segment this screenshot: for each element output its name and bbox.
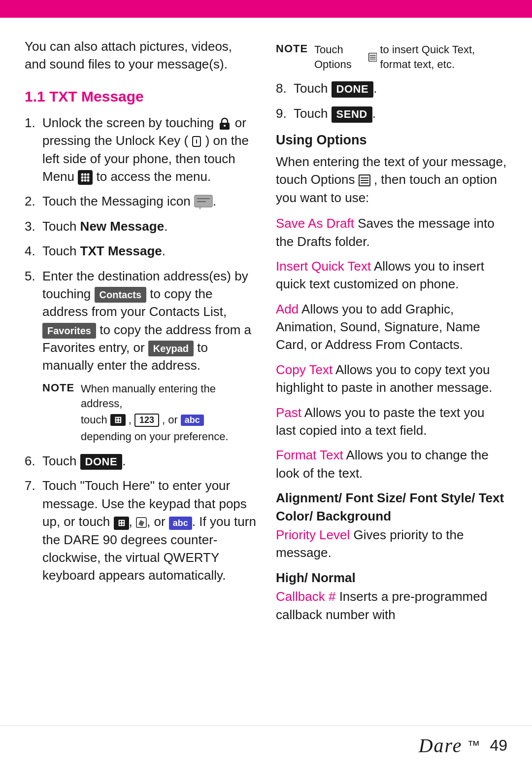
list-content: Touch the Messaging icon . (42, 192, 256, 210)
note-text-touch: touch (81, 413, 107, 427)
list-item: 7. Touch "Touch Here" to enter your mess… (25, 477, 256, 584)
option-format-text: Format Text Allows you to change the loo… (276, 446, 507, 482)
note-text-1a: When manually entering the address, (81, 382, 256, 411)
bottom-bar: Dare ™ 49 (0, 726, 532, 765)
note-right-text1: Touch Options (314, 42, 366, 71)
option-name: Format Text (276, 448, 343, 462)
left-column: You can also attach pictures, videos, an… (25, 37, 256, 706)
list-num: 4. (25, 242, 42, 260)
list-content: Touch DONE. (294, 79, 507, 98)
using-options-heading: Using Options (276, 133, 507, 148)
note-block-1: NOTE When manually entering the address,… (42, 382, 256, 444)
list-num: 2. (25, 192, 42, 210)
grid-btn-icon: ⊞ (110, 414, 126, 426)
list-num: 1. (25, 114, 42, 132)
unlock-key-text: or pressing the Unlock Key ( (42, 115, 246, 148)
using-options-intro: When entering the text of your message, … (276, 153, 507, 207)
list-item: 4. Touch TXT Message. (25, 242, 256, 260)
note-icon-row: touch ⊞, 123, or abc (81, 413, 256, 427)
options-icon (368, 51, 377, 63)
option-name: Insert Quick Text (276, 259, 371, 274)
note-content-1: When manually entering the address, touc… (81, 382, 256, 444)
option-add: Add Allows you to add Graphic, Animation… (276, 300, 507, 354)
list-num: 8. (276, 79, 294, 97)
svg-point-1 (224, 125, 226, 127)
top-magenta-bar (0, 0, 532, 18)
list-content: Touch "Touch Here" to enter your message… (42, 477, 256, 584)
list-content: Touch SEND. (294, 104, 507, 123)
bold-heading-1: Alignment/ Font Size/ Font Style/ Text C… (276, 489, 507, 525)
option-name: Past (276, 405, 301, 420)
done-badge-8: DONE (332, 81, 374, 98)
list-num: 9. (276, 104, 294, 122)
txt-message-bold: TXT Message (80, 243, 162, 258)
dare-logo: Dare ™ (419, 734, 480, 757)
trademark-symbol: ™ (467, 738, 480, 753)
list-item: 5. Enter the destination address(es) by … (25, 267, 256, 375)
list-num: 6. (25, 452, 42, 470)
note-label-right: NOTE (276, 42, 310, 55)
list-num: 7. (25, 477, 42, 494)
num-123-icon: 123 (134, 414, 159, 427)
option-priority-level: Priority Level Gives priority to the mes… (276, 526, 507, 562)
list-content: Touch TXT Message. (42, 242, 256, 260)
option-desc: Allows you to paste the text you last co… (276, 405, 484, 438)
abc-badge-7: abc (169, 517, 192, 530)
messaging-icon (194, 195, 213, 209)
contacts-badge: Contacts (95, 287, 147, 303)
list-content: Unlock the screen by touching or pressin… (42, 114, 256, 186)
dare-logo-text: Dare (419, 734, 463, 757)
numbered-list: 1. Unlock the screen by touching or pres… (25, 114, 256, 375)
option-name: Add (276, 302, 299, 316)
numbered-list-2: 6. Touch DONE. 7. Touch "Touch Here" to … (25, 452, 256, 585)
svg-point-5 (84, 174, 87, 176)
grid-btn-2: ⊞ (114, 517, 129, 530)
svg-point-4 (81, 174, 84, 176)
note-right-text2: to insert Quick Text, format text, etc. (380, 42, 507, 71)
list-num: 3. (25, 217, 42, 235)
steps-right-list: 8. Touch DONE. 9. Touch SEND. (276, 79, 507, 123)
intro-paragraph: You can also attach pictures, videos, an… (25, 37, 256, 73)
list-content: Touch New Message. (42, 217, 256, 235)
option-name: Copy Text (276, 362, 332, 377)
new-message-bold: New Message (80, 219, 165, 234)
side-unlock-icon (192, 136, 201, 147)
right-column: NOTE Touch Options to insert Quick Text,… (276, 37, 507, 706)
favorites-badge: Favorites (42, 323, 96, 339)
list-item: 2. Touch the Messaging icon . (25, 192, 256, 210)
note-label-1: NOTE (42, 382, 77, 394)
svg-marker-16 (198, 207, 202, 209)
page-number: 49 (490, 736, 507, 755)
option-past: Past Allows you to paste the text you la… (276, 404, 507, 440)
option-name: Save As Draft (276, 216, 354, 231)
svg-point-10 (81, 179, 84, 182)
list-item: 1. Unlock the screen by touching or pres… (25, 114, 256, 186)
bold-heading-2: High/ Normal (276, 569, 507, 587)
abc-btn-icon: abc (181, 415, 204, 426)
note-text-1b: depending on your preference. (81, 429, 256, 444)
svg-point-7 (81, 176, 84, 179)
svg-point-6 (87, 174, 90, 176)
pencil-icon (136, 517, 147, 528)
menu-grid-icon (78, 170, 93, 185)
page-content: You can also attach pictures, videos, an… (0, 18, 532, 726)
note-content-right: Touch Options to insert Quick Text, form… (314, 42, 507, 71)
lock-icon (218, 117, 232, 131)
options-icon-2 (359, 174, 370, 186)
svg-point-12 (87, 179, 90, 182)
list-item: 8. Touch DONE. (276, 79, 507, 98)
note-block-right: NOTE Touch Options to insert Quick Text,… (276, 42, 507, 71)
done-badge-6: DONE (80, 454, 123, 470)
option-callback: Callback # Inserts a pre-programmed call… (276, 588, 507, 624)
option-name: Callback # (276, 589, 335, 604)
list-item: 9. Touch SEND. (276, 104, 507, 123)
option-name: Priority Level (276, 527, 350, 542)
option-save-as-draft: Save As Draft Saves the message into the… (276, 214, 507, 250)
list-content: Touch DONE. (42, 452, 256, 470)
keypad-badge: Keypad (148, 341, 194, 356)
list-item: 3. Touch New Message. (25, 217, 256, 235)
list-item: 6. Touch DONE. (25, 452, 256, 470)
list-content: Enter the destination address(es) by tou… (42, 267, 256, 375)
svg-point-9 (87, 176, 90, 179)
option-copy-text: Copy Text Allows you to copy text you hi… (276, 361, 507, 397)
